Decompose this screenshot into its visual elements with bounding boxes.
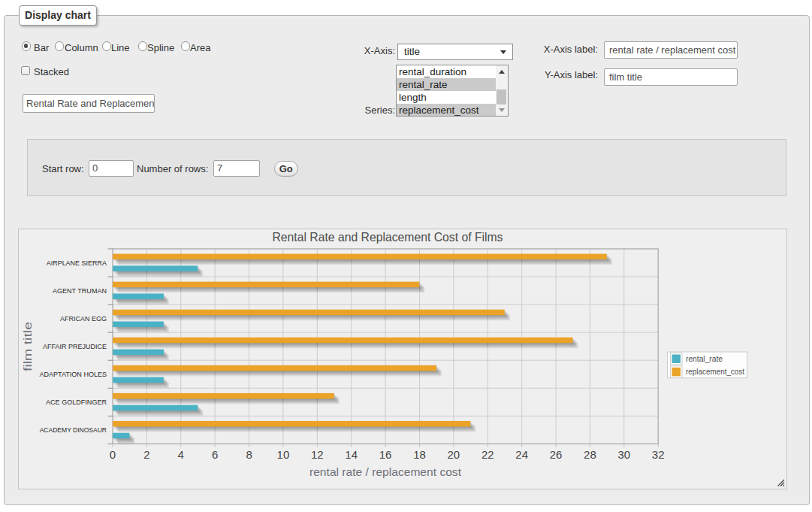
svg-text:26: 26 <box>550 448 563 461</box>
svg-text:20: 20 <box>448 448 460 461</box>
svg-text:16: 16 <box>379 448 392 461</box>
svg-text:AFRICAN EGG: AFRICAN EGG <box>60 315 107 323</box>
svg-text:ACADEMY DINOSAUR: ACADEMY DINOSAUR <box>40 426 107 434</box>
svg-text:6: 6 <box>212 448 218 461</box>
svg-text:30: 30 <box>617 448 630 461</box>
svg-text:Rental Rate and Replacement Co: Rental Rate and Replacement Cost of Film… <box>273 230 503 244</box>
svg-text:rental rate / replacement cost: rental rate / replacement cost <box>309 465 462 478</box>
svg-text:10: 10 <box>277 448 290 461</box>
svg-text:replacement_cost: replacement_cost <box>686 367 744 376</box>
svg-text:AGENT TRUMAN: AGENT TRUMAN <box>53 287 107 295</box>
svg-text:28: 28 <box>584 448 596 461</box>
svg-text:4: 4 <box>178 448 184 461</box>
svg-text:2: 2 <box>143 448 149 461</box>
svg-text:18: 18 <box>413 448 426 461</box>
svg-text:AIRPLANE SIERRA: AIRPLANE SIERRA <box>47 259 107 267</box>
svg-text:film title: film title <box>21 322 34 371</box>
svg-text:rental_rate: rental_rate <box>686 354 723 363</box>
svg-text:32: 32 <box>652 448 665 461</box>
svg-text:8: 8 <box>246 448 252 461</box>
svg-text:ACE GOLDFINGER: ACE GOLDFINGER <box>46 398 107 406</box>
svg-text:14: 14 <box>345 448 358 461</box>
svg-text:24: 24 <box>515 448 528 461</box>
svg-text:0: 0 <box>110 448 116 461</box>
svg-text:AFFAIR PREJUDICE: AFFAIR PREJUDICE <box>43 343 107 350</box>
svg-text:ADAPTATION HOLES: ADAPTATION HOLES <box>40 371 107 378</box>
svg-text:22: 22 <box>481 448 494 461</box>
svg-text:12: 12 <box>311 448 324 461</box>
